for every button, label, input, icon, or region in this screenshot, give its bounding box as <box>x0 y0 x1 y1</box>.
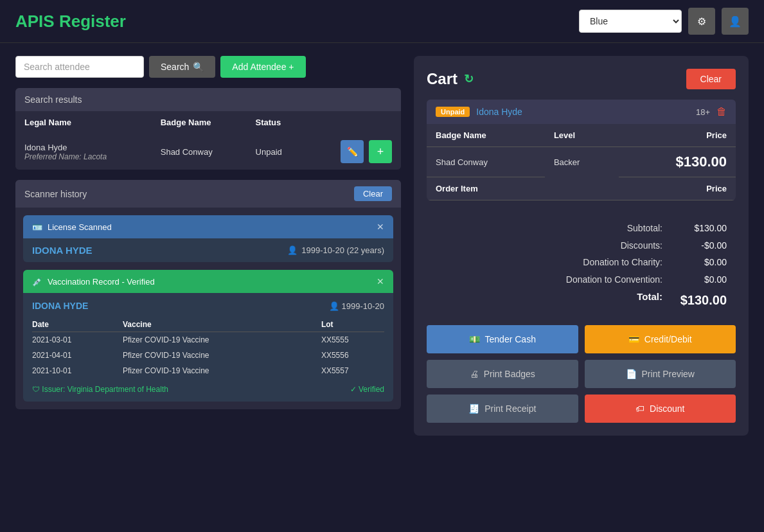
license-icon: 🪪 <box>32 222 42 232</box>
vaccine-person-name: IDONA HYDE <box>32 301 88 311</box>
cart-table: Badge Name Level Price Shad Conway Backe… <box>427 124 736 200</box>
col-status: Status <box>247 111 307 134</box>
col-legal-name: Legal Name <box>15 111 152 134</box>
vaccine-row: 2021-04-01 Pfizer COVID-19 Vaccine XX555… <box>32 348 384 363</box>
col-badge-name-header: Badge Name <box>427 124 545 147</box>
preview-icon: 📄 <box>626 369 637 379</box>
add-attendee-button[interactable]: Add Attendee + <box>220 56 305 78</box>
tag-icon: 🏷 <box>635 403 644 414</box>
donation-charity-row: Donation to Charity: $0.00 <box>436 254 727 271</box>
shield-icon: 🛡 <box>32 385 40 394</box>
vaccine-dob: 👤 1999-10-20 <box>329 301 384 311</box>
gear-icon: ⚙ <box>697 15 706 28</box>
printer-icon: 🖨 <box>470 369 479 379</box>
print-receipt-button[interactable]: 🧾 Print Receipt <box>427 395 578 423</box>
cash-icon: 💵 <box>469 334 480 344</box>
cart-panel: Cart ↻ Clear Unpaid Idona Hyde 18+ 🗑 <box>414 56 749 436</box>
search-results: Search results Legal Name Badge Name Sta… <box>15 88 401 170</box>
header: APIS Register Blue Dark Light ⚙ 👤 <box>0 0 764 43</box>
theme-selector[interactable]: Blue Dark Light <box>579 10 682 33</box>
donation-convention-label: Donation to Convention: <box>566 271 662 288</box>
app-title: APIS Register <box>15 12 126 31</box>
donation-charity-label: Donation to Charity: <box>583 254 662 271</box>
col-badge-name: Badge Name <box>152 111 247 134</box>
vaccine-icon: 💉 <box>32 277 42 287</box>
unpaid-badge: Unpaid <box>436 107 470 117</box>
total-row: Total: $130.00 <box>436 288 727 312</box>
scanner-history: Scanner history Clear 🪪 License Scanned … <box>15 180 401 409</box>
dob-icon: 👤 <box>287 245 298 255</box>
close-vaccine-button[interactable]: ✕ <box>377 276 384 287</box>
total-label: Total: <box>637 288 662 312</box>
vaccine-col-lot: Lot <box>321 317 384 332</box>
cart-price: $130.00 <box>619 147 736 177</box>
scanner-history-header: Scanner history Clear <box>15 180 401 208</box>
delete-cart-item-button[interactable]: 🗑 <box>716 106 727 118</box>
search-icon: 🔍 <box>193 62 204 72</box>
discounts-row: Discounts: -$0.00 <box>436 237 727 254</box>
cart-title: Cart ↻ <box>427 70 474 88</box>
donation-convention-value: $0.00 <box>675 271 727 288</box>
cart-item-left: Unpaid Idona Hyde <box>436 107 522 117</box>
license-card: 🪪 License Scanned ✕ IDONA HYDE 👤 1999-10… <box>23 215 393 262</box>
cell-status: Unpaid <box>247 134 307 170</box>
user-icon: 👤 <box>729 15 742 28</box>
add-to-cart-button[interactable]: + <box>369 140 392 163</box>
cart-refresh-button[interactable]: ↻ <box>464 72 474 86</box>
order-item-header: Order Item <box>427 177 545 200</box>
subtotal-row: Subtotal: $130.00 <box>436 220 727 237</box>
vaccine-row: 2021-10-01 Pfizer COVID-19 Vaccine XX555… <box>32 363 384 378</box>
cart-item-header: Unpaid Idona Hyde 18+ 🗑 <box>427 100 736 124</box>
user-button[interactable]: 👤 <box>722 8 749 35</box>
left-panel: Search 🔍 Add Attendee + Search results L… <box>15 56 401 436</box>
vaccine-col-vaccine: Vaccine <box>123 317 321 332</box>
issuer-row: 🛡 Issuer: Virginia Department of Health … <box>32 385 384 394</box>
scanner-history-title: Scanner history <box>24 189 87 199</box>
vaccine-row: 2021-03-01 Pfizer COVID-19 Vaccine XX555… <box>32 332 384 348</box>
search-bar: Search 🔍 Add Attendee + <box>15 56 401 78</box>
cart-badge-name: Shad Conway <box>427 147 545 177</box>
add-attendee-label: Add Attendee + <box>232 62 294 72</box>
table-row: Idona Hyde Preferred Name: Lacota Shad C… <box>15 134 401 170</box>
col-actions <box>306 111 401 134</box>
tender-cash-button[interactable]: 💵 Tender Cash <box>427 325 578 353</box>
discounts-value: -$0.00 <box>675 237 727 254</box>
donation-charity-value: $0.00 <box>675 254 727 271</box>
clear-cart-button[interactable]: Clear <box>686 69 736 89</box>
cart-item-right: 18+ 🗑 <box>696 106 727 118</box>
cell-actions: ✏️ + <box>306 134 401 170</box>
clear-scanner-button[interactable]: Clear <box>354 186 392 201</box>
col-price-header: Price <box>619 124 736 147</box>
cart-order-header-row: Order Item Price <box>427 177 736 200</box>
cart-level: Backer <box>545 147 619 177</box>
print-badges-button[interactable]: 🖨 Print Badges <box>427 360 578 388</box>
scanner-cards: 🪪 License Scanned ✕ IDONA HYDE 👤 1999-10… <box>15 208 401 409</box>
edit-attendee-button[interactable]: ✏️ <box>341 140 364 163</box>
subtotal-label: Subtotal: <box>627 220 662 237</box>
print-preview-button[interactable]: 📄 Print Preview <box>585 360 736 388</box>
credit-debit-button[interactable]: 💳 Credit/Debit <box>585 325 736 353</box>
results-table: Legal Name Badge Name Status Idona Hyde … <box>15 111 401 170</box>
license-person-name: IDONA HYDE <box>32 245 93 256</box>
vaccine-dob-icon: 👤 <box>329 301 339 311</box>
search-results-header: Search results <box>15 88 401 111</box>
vaccine-table: Date Vaccine Lot 2021-03-01 Pfizer COVID… <box>32 317 384 378</box>
issuer-text: 🛡 Issuer: Virginia Department of Health <box>32 385 168 394</box>
subtotal-value: $130.00 <box>675 220 727 237</box>
settings-button[interactable]: ⚙ <box>688 8 715 35</box>
vaccine-col-date: Date <box>32 317 123 332</box>
discount-button[interactable]: 🏷 Discount <box>585 395 736 423</box>
license-card-body: IDONA HYDE 👤 1999-10-20 (22 years) <box>23 238 393 262</box>
checkmark-icon: ✓ <box>350 385 357 394</box>
credit-icon: 💳 <box>628 334 639 344</box>
cell-badge-name: Shad Conway <box>152 134 247 170</box>
vaccine-card-header: 💉 Vaccination Record - Verified ✕ <box>23 270 393 293</box>
license-dob: 👤 1999-10-20 (22 years) <box>287 245 384 255</box>
search-button[interactable]: Search 🔍 <box>149 56 215 78</box>
receipt-icon: 🧾 <box>468 403 479 414</box>
vaccine-card: 💉 Vaccination Record - Verified ✕ IDONA … <box>23 270 393 402</box>
search-input[interactable] <box>15 56 144 78</box>
cart-item: Unpaid Idona Hyde 18+ 🗑 Badge Name Level… <box>427 100 736 200</box>
col-level-header: Level <box>545 124 619 147</box>
close-license-button[interactable]: ✕ <box>377 222 384 232</box>
